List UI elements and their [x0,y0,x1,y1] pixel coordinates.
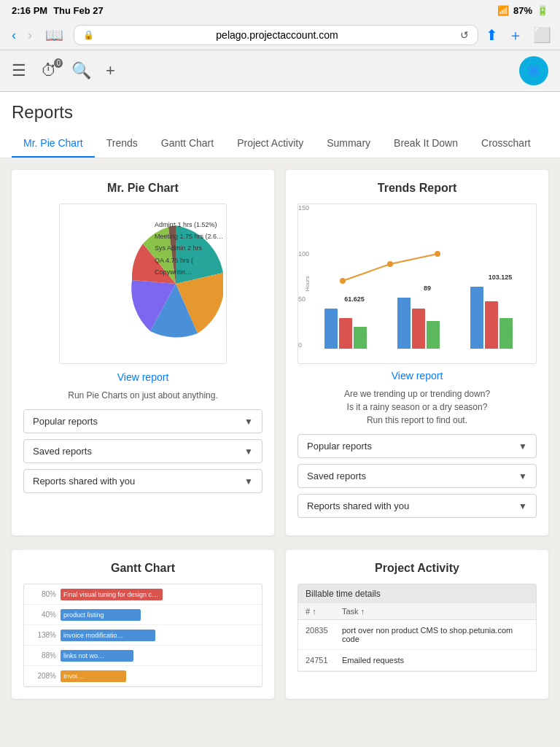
bar-3-blue [470,287,483,349]
bar-group-3: 103.125 [470,287,530,349]
status-time: 2:16 PM [12,5,47,16]
back-button[interactable]: ‹ [9,26,19,44]
tab-gantt-chart[interactable]: Gantt Chart [149,130,225,158]
gantt-row-3: 138% invoice modificatio… [24,625,262,646]
bar-group-2: 89 [397,298,457,349]
trends-shared-label: Reports shared with you [307,500,409,511]
logo-svg [524,61,544,81]
page-title: Reports [12,102,548,123]
share-icon[interactable]: ⬆ [486,26,498,44]
bar-3-red [485,301,498,349]
trends-description: Are we trending up or trending down? Is … [298,387,537,427]
gantt-bar-4: links not wo… [61,650,133,662]
project-activity-card: Project Activity Billable time details #… [286,550,548,699]
pie-popular-label: Popular reports [33,416,98,427]
pie-popular-arrow: ▼ [244,417,253,427]
project-activity-title: Project Activity [298,562,537,575]
bar-3-green [499,318,513,349]
toolbar-left: ☰ ⏱ 0 🔍 + [12,61,115,80]
gantt-bar-1: Final visual tuning for design c… [61,589,163,600]
bar-1-red [339,318,352,349]
tab-crosschart[interactable]: Crosschart [470,130,542,158]
activity-row-1-task: port over non product CMS to shop.petuni… [342,626,529,643]
bar-1-blue [324,309,338,349]
forward-button[interactable]: › [25,26,35,44]
activity-columns: # Task [298,603,536,620]
activity-row-1: 20835 port over non product CMS to shop.… [298,620,536,650]
tab-task-snapshot[interactable]: Task Snapshot [542,130,548,158]
bar-label-2: 89 [424,285,431,292]
trends-popular-arrow: ▼ [518,441,527,452]
tab-summary[interactable]: Summary [315,130,382,158]
battery-icon: 🔋 [537,5,548,16]
gantt-row-1: 80% Final visual tuning for design c… [24,584,262,605]
col-header-task[interactable]: Task [342,607,529,616]
x-axis-label: Hours [304,276,311,291]
trends-chart-card: Trends Report 150 100 50 0 Hours 61.625 [286,170,548,535]
activity-container: Billable time details # Task 20835 port … [298,584,537,672]
tab-break-it-down[interactable]: Break It Down [382,130,470,158]
reload-icon[interactable]: ↺ [460,29,469,41]
pie-shared-arrow: ▼ [244,476,253,487]
gantt-pct-1: 80% [28,590,56,598]
gantt-row-5: 208% Invoi… [24,666,262,686]
trends-popular-reports-dropdown[interactable]: Popular reports ▼ [298,434,537,458]
trends-saved-arrow: ▼ [518,471,527,481]
tab-trends[interactable]: Trends [95,130,149,158]
gantt-chart-card: Gantt Chart 80% Final visual tuning for … [12,550,274,699]
gantt-pct-4: 88% [28,651,56,659]
bar-1-green [354,327,367,349]
pie-chart-container: Admin* 1 hrs (1.52%) Meeting 1.75 hrs (2… [59,204,227,364]
pie-chart-title: Mr. Pie Chart [23,182,262,195]
col-header-num[interactable]: # [306,607,342,616]
gantt-bar-2: product listing [61,609,141,621]
trends-view-report[interactable]: View report [298,370,537,382]
top-cards-row: Mr. Pie Chart [12,170,548,535]
toolbar-right [519,56,548,85]
activity-section-header: Billable time details [298,584,536,603]
pie-shared-reports-dropdown[interactable]: Reports shared with you ▼ [23,469,262,493]
clock-icon[interactable]: ⏱ 0 [41,61,57,80]
tab-mr-pie-chart[interactable]: Mr. Pie Chart [12,130,95,158]
trends-shared-arrow: ▼ [518,501,527,511]
gantt-row-2: 40% product listing [24,605,262,625]
trends-title: Trends Report [298,182,537,195]
status-bar: 2:16 PM Thu Feb 27 📶 87% 🔋 [0,0,560,20]
trends-saved-reports-dropdown[interactable]: Saved reports ▼ [298,464,537,488]
status-day: Thu Feb 27 [53,5,104,16]
address-bar[interactable]: 🔒 pelago.projectaccount.com ↺ [74,25,478,45]
pie-saved-label: Saved reports [33,446,92,457]
pie-saved-reports-dropdown[interactable]: Saved reports ▼ [23,439,262,463]
main-content: Mr. Pie Chart [0,158,560,711]
bookmarks-icon[interactable]: 📖 [42,26,66,44]
pie-description: Run Pie Charts on just about anything. [23,389,262,402]
gantt-pct-2: 40% [28,611,56,619]
browser-bar: ‹ › 📖 🔒 pelago.projectaccount.com ↺ ⬆ ＋ … [0,20,560,50]
tabs-icon[interactable]: ⬜ [533,26,551,44]
bar-label-3: 103.125 [489,274,513,281]
gantt-row-4: 88% links not wo… [24,646,262,666]
pie-label-5: Copywritin… [155,266,223,278]
pie-chart-labels: Admin* 1 hrs (1.52%) Meeting 1.75 hrs (2… [155,219,223,278]
add-icon[interactable]: + [106,61,115,80]
lock-icon: 🔒 [83,30,94,40]
browser-actions: ⬆ ＋ ⬜ [486,26,551,45]
gantt-pct-3: 138% [28,631,56,639]
gantt-title: Gantt Chart [23,562,262,575]
activity-row-2-num: 24751 [306,656,342,665]
search-icon[interactable]: 🔍 [71,61,91,80]
app-logo [519,56,548,85]
pie-view-report[interactable]: View report [23,371,262,383]
new-tab-icon[interactable]: ＋ [508,26,523,45]
trends-popular-label: Popular reports [307,441,372,452]
pie-popular-reports-dropdown[interactable]: Popular reports ▼ [23,409,262,433]
menu-icon[interactable]: ☰ [12,61,26,80]
pie-label-1: Admin* 1 hrs (1.52%) [155,219,223,231]
tab-project-activity[interactable]: Project Activity [225,130,315,158]
pie-shared-label: Reports shared with you [33,476,135,487]
bar-2-blue [397,298,411,349]
bar-chart-container: 150 100 50 0 Hours 61.625 [298,204,537,364]
bar-2-red [412,309,425,349]
bar-2-green [427,321,440,349]
trends-shared-reports-dropdown[interactable]: Reports shared with you ▼ [298,494,537,518]
